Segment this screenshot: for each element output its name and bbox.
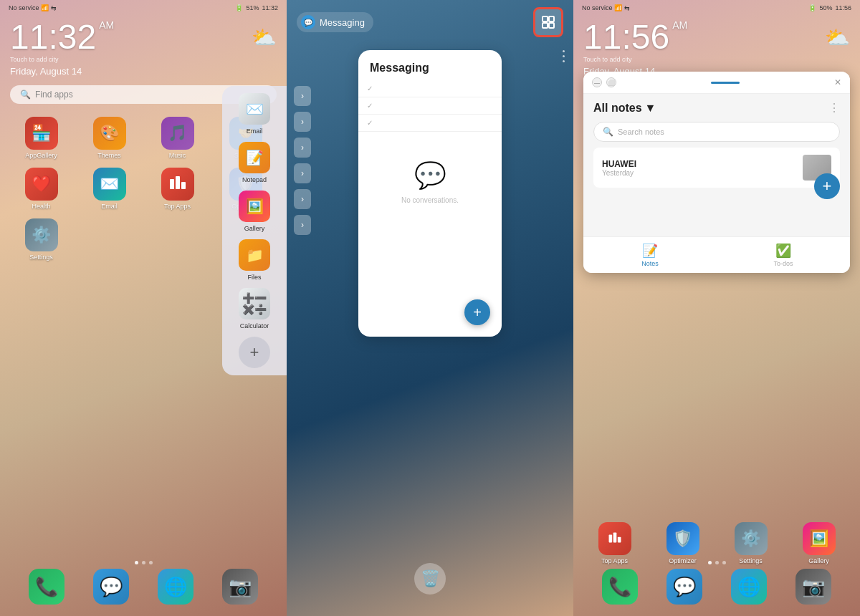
status-battery-3: 50% xyxy=(819,4,832,11)
notes-window-controls: — ⬜ xyxy=(592,77,616,87)
svg-rect-8 xyxy=(613,533,616,543)
p3-icon-optimizer: 🛡️ xyxy=(666,522,699,555)
clock-time-3: 11:56AM xyxy=(583,20,687,54)
notes-search-icon: 🔍 xyxy=(603,127,613,137)
app-settings[interactable]: ⚙️ Settings xyxy=(10,218,72,261)
app-themes[interactable]: 🎨 Themes xyxy=(78,117,140,159)
notes-tab-notes-label: Notes xyxy=(641,260,659,267)
dock-phone[interactable]: 📞 xyxy=(29,569,64,605)
notes-tab-todos[interactable]: ✅ To-dos xyxy=(717,237,850,273)
p3-app-gallery[interactable]: 🖼️ Gallery xyxy=(803,522,836,564)
app-topapps[interactable]: Top Apps xyxy=(146,168,209,210)
page-dot-3-1 xyxy=(715,561,719,564)
msg-check-1: ✓ xyxy=(367,85,373,92)
notes-minimize-btn[interactable]: — xyxy=(592,77,602,87)
dock-browser-3[interactable]: 🌐 xyxy=(731,569,767,605)
notes-fullscreen-btn[interactable]: ⬜ xyxy=(606,77,616,87)
sidebar-icon-notepad: 📝 xyxy=(239,142,270,173)
notes-tab-todos-icon: ✅ xyxy=(775,243,791,259)
sidebar-add-button[interactable]: + xyxy=(239,337,270,368)
clock-subtitle-3: Touch to add city xyxy=(583,56,687,63)
dock-browser[interactable]: 🌐 xyxy=(158,569,194,605)
notes-title: All notes ▼ xyxy=(593,102,656,115)
sidebar-icon-email: ✉️ xyxy=(239,93,270,125)
app-music[interactable]: 🎵 Music xyxy=(146,117,209,159)
app-icon-email: ✉️ xyxy=(93,168,126,201)
sidebar-item-files[interactable]: 📁 Files xyxy=(228,239,281,281)
status-right-3: 🔋 50% 11:56 xyxy=(808,4,851,11)
notes-item-left: HUAWEI Yesterday xyxy=(602,159,636,177)
sidebar-item-notepad[interactable]: 📝 Notepad xyxy=(228,142,281,183)
svg-rect-5 xyxy=(543,23,548,28)
status-time-1: 11:32 xyxy=(262,4,278,11)
clock-area-1: 11:32AM Touch to add city Friday, August… xyxy=(0,14,287,80)
fullscreen-button[interactable] xyxy=(533,7,563,37)
notes-item-date: Yesterday xyxy=(602,169,636,177)
dock-camera[interactable]: 📷 xyxy=(222,569,258,605)
notes-bar-line xyxy=(711,82,740,84)
p3-app-row: Top Apps 🛡️ Optimizer ⚙️ Settings 🖼️ Gal… xyxy=(573,522,860,564)
sidebar-item-gallery[interactable]: 🖼️ Gallery xyxy=(228,191,281,232)
sidebar-icon-calculator: ➕➖✖️➗ xyxy=(239,288,270,319)
svg-rect-0 xyxy=(170,179,174,189)
messaging-fab[interactable]: + xyxy=(464,299,490,325)
sidebar-label-notepad: Notepad xyxy=(242,176,267,183)
notes-tab-todos-label: To-dos xyxy=(773,260,793,267)
dock-messages-3[interactable]: 💬 xyxy=(666,569,702,605)
notes-search[interactable]: 🔍 Search notes xyxy=(593,122,840,142)
app-email[interactable]: ✉️ Email xyxy=(78,168,140,210)
msg-check-2: ✓ xyxy=(367,102,373,110)
dock-messages[interactable]: 💬 xyxy=(93,569,129,605)
notes-item-title: HUAWEI xyxy=(602,159,636,169)
p3-app-settings[interactable]: ⚙️ Settings xyxy=(735,522,768,564)
app-appgallery[interactable]: 🏪 AppGallery xyxy=(10,117,72,159)
sidebar-item-calculator[interactable]: ➕➖✖️➗ Calculator xyxy=(228,288,281,329)
status-right-1: 🔋 51% 11:32 xyxy=(235,4,278,11)
svg-rect-3 xyxy=(543,16,548,21)
sidebar-label-gallery: Gallery xyxy=(244,225,265,232)
p3-icon-settings: ⚙️ xyxy=(735,522,768,555)
app-icon-appgallery: 🏪 xyxy=(25,117,58,150)
app-label-themes: Themes xyxy=(97,152,121,159)
sidebar-label-calculator: Calculator xyxy=(240,322,269,329)
panel2-dots[interactable] xyxy=(563,50,565,62)
p3-app-optimizer[interactable]: 🛡️ Optimizer xyxy=(666,522,699,564)
msg-list-item-2: ✓ xyxy=(358,97,502,115)
dock-1: 📞 💬 🌐 📷 xyxy=(0,569,287,605)
notes-item-huawei[interactable]: HUAWEI Yesterday xyxy=(593,148,840,188)
notes-fab-button[interactable]: + xyxy=(814,173,840,199)
weather-icon-1: ⛅ xyxy=(252,26,277,49)
notes-overlay: — ⬜ ✕ All notes ▼ ⋮ 🔍 Search notes HUAWE… xyxy=(583,72,850,273)
sidebar-item-email[interactable]: ✉️ Email xyxy=(228,93,281,135)
recent-apps-inner: 💬 Messaging › › › › › › xyxy=(287,0,573,616)
notes-menu-icon[interactable]: ⋮ xyxy=(828,101,840,115)
panel2-dot-3 xyxy=(563,60,565,62)
app-health[interactable]: ❤️ Health xyxy=(10,168,72,210)
messaging-card: Messaging ✓ ✓ ✓ 💬 No conversations. + xyxy=(358,50,502,337)
app-icon-music: 🎵 xyxy=(161,117,194,150)
panel2-dot-2 xyxy=(563,55,565,57)
app-label-health: Health xyxy=(32,203,50,210)
notes-header: All notes ▼ ⋮ xyxy=(583,94,850,122)
search-icon-1: 🔍 xyxy=(20,90,31,100)
clock-date-1: Friday, August 14 xyxy=(10,66,114,77)
status-signal-1: No service 📶 ⇆ xyxy=(9,4,57,11)
p3-icon-topapps xyxy=(598,522,631,555)
dock-phone-3[interactable]: 📞 xyxy=(602,569,638,605)
panel-recent-apps: 💬 Messaging › › › › › › xyxy=(287,0,573,616)
notes-tab-notes[interactable]: 📝 Notes xyxy=(583,237,717,273)
messaging-empty-icon: 💬 xyxy=(414,160,446,191)
clock-area-3: 11:56AM Touch to add city Friday, August… xyxy=(573,14,860,80)
recent-app-label: 💬 Messaging xyxy=(297,12,373,32)
trash-container: 🗑️ xyxy=(287,563,573,595)
page-dot-1 xyxy=(142,561,145,564)
status-battery-1: 51% xyxy=(246,4,259,11)
svg-rect-1 xyxy=(176,176,180,189)
app-icon-themes: 🎨 xyxy=(93,117,126,150)
notes-close-button[interactable]: ✕ xyxy=(834,77,841,87)
page-dots-1 xyxy=(0,561,287,564)
status-battery-icon: 🔋 xyxy=(235,4,243,11)
p3-app-topapps[interactable]: Top Apps xyxy=(598,522,631,564)
app-icon-health: ❤️ xyxy=(25,168,58,201)
dock-camera-3[interactable]: 📷 xyxy=(796,569,831,605)
